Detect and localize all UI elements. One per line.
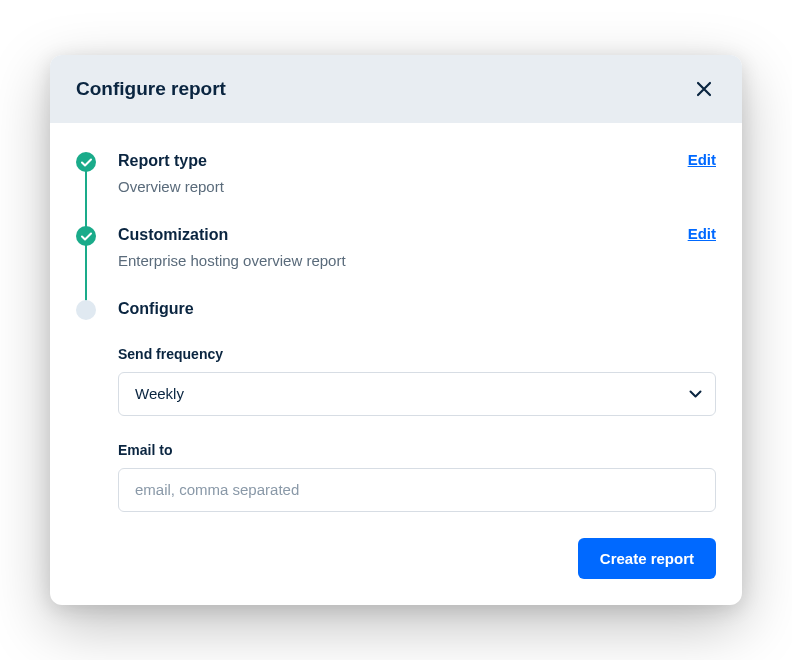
step-title: Customization bbox=[118, 225, 672, 246]
configure-form: Send frequency Weekly Email to bbox=[118, 346, 716, 512]
frequency-group: Send frequency Weekly bbox=[118, 346, 716, 416]
step-content: Customization Enterprise hosting overvie… bbox=[118, 225, 716, 271]
create-report-button[interactable]: Create report bbox=[578, 538, 716, 579]
modal-footer: Create report bbox=[76, 538, 716, 579]
step-content: Report type Overview report Edit bbox=[118, 151, 716, 197]
step-subtitle: Overview report bbox=[118, 176, 672, 197]
step-title: Configure bbox=[118, 299, 716, 320]
frequency-select[interactable]: Weekly bbox=[118, 372, 716, 416]
step-title: Report type bbox=[118, 151, 672, 172]
step-text: Report type Overview report bbox=[118, 151, 672, 197]
modal-title: Configure report bbox=[76, 78, 226, 100]
step-text: Customization Enterprise hosting overvie… bbox=[118, 225, 672, 271]
step-connector-line bbox=[85, 171, 87, 227]
steps-list: Report type Overview report Edit Customi… bbox=[76, 151, 716, 340]
close-button[interactable] bbox=[692, 77, 716, 101]
step-indicator-current bbox=[76, 300, 96, 320]
configure-report-modal: Configure report Report type Overview re… bbox=[50, 55, 742, 605]
edit-customization-link[interactable]: Edit bbox=[688, 225, 716, 242]
email-label: Email to bbox=[118, 442, 716, 458]
step-indicator-complete bbox=[76, 152, 96, 172]
email-input[interactable] bbox=[118, 468, 716, 512]
check-icon bbox=[81, 158, 92, 167]
close-icon bbox=[696, 81, 712, 97]
email-group: Email to bbox=[118, 442, 716, 512]
step-report-type: Report type Overview report Edit bbox=[76, 151, 716, 225]
modal-header: Configure report bbox=[50, 55, 742, 123]
step-customization: Customization Enterprise hosting overvie… bbox=[76, 225, 716, 299]
frequency-select-wrapper: Weekly bbox=[118, 372, 716, 416]
step-content: Configure bbox=[118, 299, 716, 320]
edit-report-type-link[interactable]: Edit bbox=[688, 151, 716, 168]
modal-body: Report type Overview report Edit Customi… bbox=[50, 123, 742, 605]
step-connector-line bbox=[85, 245, 87, 301]
check-icon bbox=[81, 232, 92, 241]
step-indicator-complete bbox=[76, 226, 96, 246]
step-configure: Configure bbox=[76, 299, 716, 340]
step-text: Configure bbox=[118, 299, 716, 320]
step-subtitle: Enterprise hosting overview report bbox=[118, 250, 672, 271]
frequency-label: Send frequency bbox=[118, 346, 716, 362]
